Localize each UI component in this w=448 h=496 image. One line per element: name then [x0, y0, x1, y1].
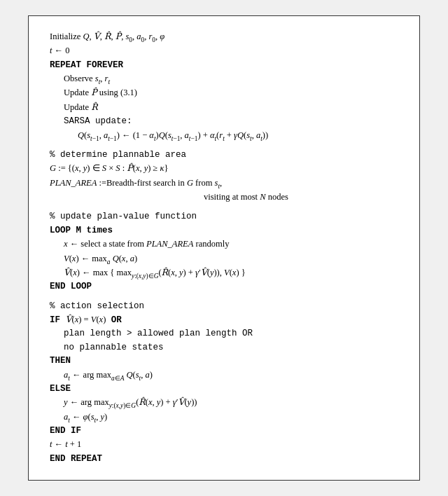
line-initialize: Initialize Q, V̂, R̂, P̂, s0, a0, r0, φ [50, 30, 398, 44]
algorithm-box: Initialize Q, V̂, R̂, P̂, s0, a0, r0, φ … [28, 15, 420, 481]
line-else: ELSE [50, 383, 398, 396]
line-q-update: Q(st−1, at−1) ← (1 − αt)Q(st−1, at−1) + … [50, 129, 398, 143]
line-g-def: G := {(x, y) ∈ S × S : P̂(x, y) ≥ κ} [50, 162, 398, 176]
line-v-update: V(x) ← maxa Q(x, a) [50, 252, 398, 266]
line-observe: Observe st, rt [50, 72, 398, 86]
line-if-condition: IF V̂(x) = V(x) OR [50, 313, 398, 327]
line-comment-plan-value: % update plan-value function [50, 210, 398, 223]
line-end-if: END IF [50, 425, 398, 438]
line-at-argmax: at ← arg maxa∈A Q(st, a) [50, 368, 398, 383]
line-sarsa-label: SARSA update: [50, 115, 398, 128]
line-no-plannable: no plannable states [50, 341, 398, 354]
line-plan-area-cont: visiting at most N nodes [50, 191, 398, 205]
line-at-phi: at ← φ(st, y) [50, 411, 398, 425]
line-vhat-update: V̂(x) ← max { maxy:(x,y)∈G(R̂(x, y) + γ′… [50, 266, 398, 280]
line-comment-action: % action selection [50, 300, 398, 313]
line-repeat-forever: REPEAT FOREVER [50, 59, 398, 72]
line-t-init: t ← 0 [50, 44, 398, 58]
line-update-r: Update R̂ [50, 101, 398, 115]
line-plan-length: plan length > allowed plan length OR [50, 327, 398, 340]
line-x-select: x ← select a state from PLAN_AREA random… [50, 237, 398, 252]
line-loop-m: LOOP M times [50, 224, 398, 237]
line-y-argmax: y ← arg maxy:(x,y)∈G(R̂(x, y) + γ′V̂(y)) [50, 396, 398, 410]
line-end-loop: END LOOP [50, 280, 398, 294]
line-comment-plan-area: % determine plannable area [50, 149, 398, 162]
line-t-increment: t ← t + 1 [50, 438, 398, 452]
line-update-p: Update P̂ using (3.1) [50, 86, 398, 100]
line-then: THEN [50, 354, 398, 368]
line-plan-area-def: PLAN_AREA :=Breadth-first search in G fr… [50, 177, 398, 191]
line-end-repeat: END REPEAT [50, 453, 398, 466]
